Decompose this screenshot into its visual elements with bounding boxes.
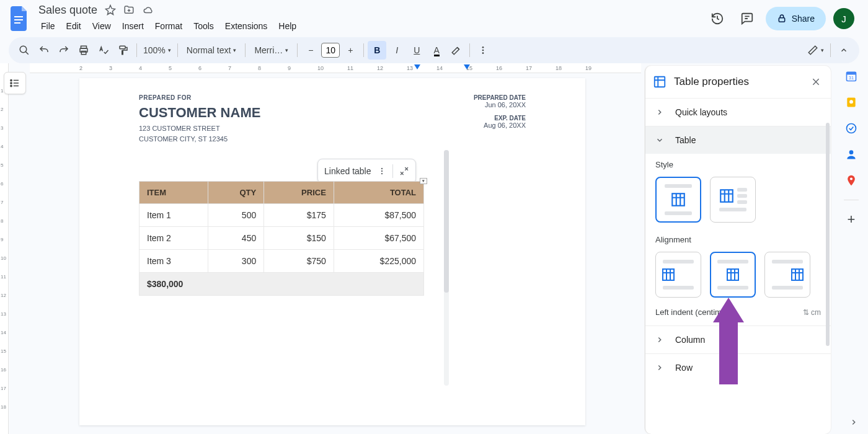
avatar[interactable]: J <box>833 8 854 29</box>
exp-date-label: EXP. DATE <box>474 115 526 122</box>
panel-title: Table properties <box>674 76 749 88</box>
th-total: TOTAL▾ <box>334 182 423 204</box>
customer-address-2: CUSTOMER CITY, ST 12345 <box>139 134 260 144</box>
document-page[interactable]: PREPARED FOR CUSTOMER NAME 123 CUSTOMER … <box>79 78 585 425</box>
align-center[interactable] <box>710 252 756 298</box>
section-row[interactable]: Row <box>645 354 831 381</box>
paragraph-style-select[interactable]: Normal text <box>182 41 242 60</box>
align-left[interactable] <box>655 252 701 298</box>
svg-rect-8 <box>120 46 125 49</box>
history-icon[interactable] <box>706 7 728 30</box>
share-button[interactable]: Share <box>766 7 826 30</box>
increase-font-icon[interactable]: + <box>341 41 360 60</box>
table-row[interactable]: Item 3300$750$225,000 <box>140 250 424 273</box>
svg-point-14 <box>11 85 12 86</box>
text-color-button[interactable]: A <box>427 41 446 60</box>
th-price: PRICE <box>264 182 334 204</box>
chevron-right-icon <box>655 363 666 372</box>
svg-point-11 <box>482 52 484 54</box>
table-handle-icon[interactable]: ▾ <box>420 178 427 184</box>
section-table[interactable]: Table <box>645 126 831 154</box>
quote-table[interactable]: ITEM QTY PRICE TOTAL▾ Item 1500$175$87,5… <box>139 181 424 296</box>
menu-view[interactable]: View <box>87 19 116 33</box>
paint-format-icon[interactable] <box>114 41 133 60</box>
menu-bar: File Edit View Insert Format Tools Exten… <box>36 17 706 35</box>
svg-rect-20 <box>720 190 733 202</box>
table-properties-panel: Table properties Quick layouts Table Sty… <box>645 66 831 434</box>
table-row[interactable]: Item 2450$150$67,500 <box>140 227 424 250</box>
svg-point-4 <box>20 46 27 53</box>
style-label: Style <box>645 154 831 174</box>
underline-button[interactable]: U <box>407 41 426 60</box>
undo-icon[interactable] <box>35 41 53 60</box>
decrease-font-icon[interactable]: − <box>301 41 320 60</box>
menu-file[interactable]: File <box>36 19 60 33</box>
comments-icon[interactable] <box>736 7 758 30</box>
menu-edit[interactable]: Edit <box>61 19 86 33</box>
more-icon[interactable] <box>474 41 492 60</box>
menu-extensions[interactable]: Extensions <box>220 19 272 33</box>
table-icon <box>725 267 740 282</box>
font-select[interactable]: Merri… <box>249 41 293 60</box>
svg-rect-0 <box>14 16 23 17</box>
scrollbar[interactable] <box>444 150 449 386</box>
indent-unit: ⇅ cm <box>803 308 821 317</box>
editing-mode-button[interactable] <box>805 41 826 60</box>
svg-point-12 <box>11 79 12 81</box>
section-column[interactable]: Column <box>645 326 831 353</box>
table-icon <box>661 267 676 282</box>
table-icon <box>790 267 805 282</box>
left-indent-label: Left indent (centim <box>655 308 722 317</box>
chevron-right-icon <box>655 335 666 344</box>
docs-logo-icon[interactable] <box>7 6 32 31</box>
calendar-icon[interactable]: 31 <box>844 69 858 83</box>
highlight-button[interactable] <box>447 41 466 60</box>
svg-point-31 <box>850 177 852 180</box>
search-icon[interactable] <box>15 41 33 60</box>
prepared-date-label: PREPARED DATE <box>474 94 526 101</box>
svg-rect-21 <box>663 269 674 280</box>
move-icon[interactable] <box>123 4 135 16</box>
style-option-1[interactable] <box>655 177 701 223</box>
expand-rail-icon[interactable] <box>849 418 858 427</box>
collapse-toolbar-icon[interactable] <box>835 41 853 60</box>
star-icon[interactable] <box>105 4 116 16</box>
outline-toggle-icon[interactable] <box>4 72 26 94</box>
tasks-icon[interactable] <box>844 122 858 135</box>
svg-point-28 <box>849 100 853 104</box>
print-icon[interactable] <box>74 41 93 60</box>
add-addon-icon[interactable]: + <box>844 213 858 226</box>
table-row[interactable]: Item 1500$175$87,500 <box>140 204 424 227</box>
bold-button[interactable]: B <box>368 41 386 60</box>
alignment-label: Alignment <box>645 229 831 249</box>
svg-point-10 <box>482 50 484 51</box>
svg-rect-23 <box>792 269 803 280</box>
menu-help[interactable]: Help <box>273 19 301 33</box>
doc-title[interactable]: Sales quote <box>36 4 97 17</box>
table-icon <box>670 192 686 208</box>
menu-tools[interactable]: Tools <box>188 19 219 33</box>
cloud-status-icon[interactable] <box>142 4 154 16</box>
menu-format[interactable]: Format <box>150 19 187 33</box>
panel-scrollbar[interactable] <box>826 123 830 392</box>
italic-button[interactable]: I <box>388 41 406 60</box>
svg-point-30 <box>849 150 854 154</box>
redo-icon[interactable] <box>55 41 73 60</box>
maps-icon[interactable] <box>844 174 858 187</box>
prepared-date: Jun 06, 20XX <box>474 101 526 108</box>
keep-icon[interactable] <box>844 95 858 109</box>
svg-text:31: 31 <box>849 75 854 81</box>
style-option-2[interactable] <box>710 177 756 223</box>
contacts-icon[interactable] <box>844 148 858 161</box>
menu-insert[interactable]: Insert <box>117 19 149 33</box>
chevron-right-icon <box>655 108 666 117</box>
font-size-input[interactable]: 10 <box>321 43 340 58</box>
spellcheck-icon[interactable] <box>94 41 113 60</box>
chevron-down-icon <box>655 136 666 144</box>
th-item: ITEM <box>140 182 208 204</box>
zoom-select[interactable]: 100% <box>141 41 174 60</box>
align-right[interactable] <box>764 252 810 298</box>
svg-point-13 <box>11 82 12 84</box>
close-icon[interactable] <box>808 74 823 89</box>
section-quick-layouts[interactable]: Quick layouts <box>645 99 831 126</box>
